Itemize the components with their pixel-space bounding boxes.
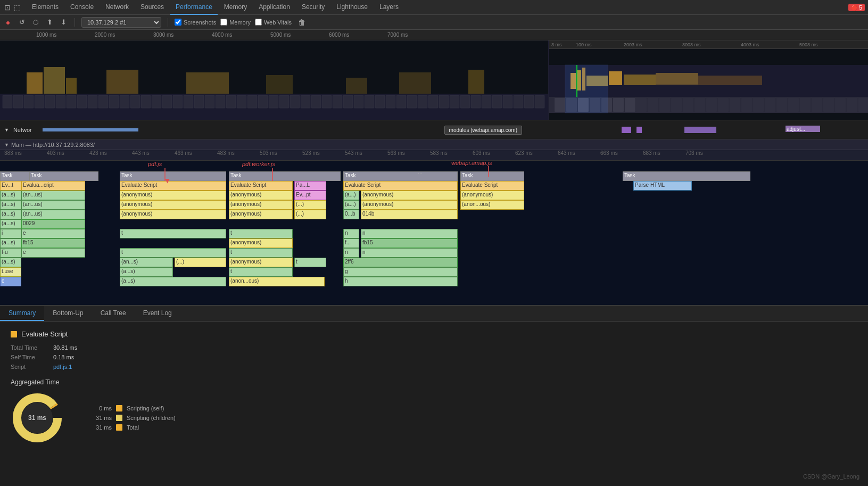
task-block[interactable]: f... <box>343 238 359 248</box>
tab-event-log[interactable]: Event Log <box>135 306 180 321</box>
task-block[interactable]: Pa...L <box>294 181 326 191</box>
task-block[interactable]: (anonymous) <box>229 191 293 200</box>
download-button[interactable]: ⬇ <box>59 18 68 27</box>
tab-performance[interactable]: Performance <box>170 0 218 15</box>
tab-security[interactable]: Security <box>296 0 330 15</box>
devtools-icon[interactable]: ⊡ <box>3 3 12 12</box>
task-block[interactable]: Task <box>229 171 341 181</box>
task-block[interactable]: (anonymous) <box>229 238 293 248</box>
task-block[interactable]: n <box>343 229 359 238</box>
tab-bottom-up[interactable]: Bottom-Up <box>44 306 92 321</box>
task-block[interactable]: (a...s) <box>0 200 21 210</box>
timeline-overview[interactable]: 1000 ms 2000 ms 3000 ms 4000 ms 5000 ms … <box>0 30 868 120</box>
task-block[interactable]: g <box>343 267 458 277</box>
task-block[interactable]: 2ff6 <box>343 258 458 267</box>
task-block[interactable]: (a...s) <box>0 219 21 229</box>
tab-memory[interactable]: Memory <box>219 0 252 15</box>
reload-record-button[interactable]: ↺ <box>17 18 27 27</box>
tab-network[interactable]: Network <box>100 0 134 15</box>
task-block[interactable]: fb15 <box>21 238 85 248</box>
task-block[interactable]: (anonymous) <box>229 200 293 210</box>
summary-script-link[interactable]: pdf.js:1 <box>53 364 72 370</box>
clear-button[interactable]: 🗑 <box>296 17 308 28</box>
memory-checkbox-label[interactable]: Memory <box>220 19 251 26</box>
task-block[interactable]: (a...) <box>343 200 359 210</box>
task-block[interactable]: c <box>0 277 21 286</box>
task-block[interactable]: (anonymous) <box>229 258 293 267</box>
task-block[interactable]: e <box>21 248 85 258</box>
task-block[interactable]: n <box>343 248 359 258</box>
task-block[interactable]: 014b <box>361 210 458 219</box>
tab-application[interactable]: Application <box>253 0 295 15</box>
task-block[interactable]: (...) <box>294 210 326 219</box>
record-button[interactable]: ● <box>3 18 13 27</box>
task-block[interactable]: Task <box>120 171 226 181</box>
task-block[interactable]: Task <box>623 171 750 181</box>
task-block[interactable]: (an...us) <box>21 200 85 210</box>
task-block[interactable]: (anonymous) <box>361 191 458 200</box>
task-block[interactable]: (an...us) <box>21 210 85 219</box>
tab-sources[interactable]: Sources <box>135 0 169 15</box>
task-block[interactable]: Task <box>343 171 458 181</box>
stop-button[interactable]: ⬡ <box>31 18 40 27</box>
inspect-icon[interactable]: ⬚ <box>13 3 21 12</box>
screenshots-checkbox[interactable] <box>175 19 181 26</box>
task-block[interactable]: (a...s) <box>0 258 21 267</box>
task-block[interactable]: Evalua...cript <box>21 181 85 191</box>
task-block[interactable]: (a...s) <box>0 238 21 248</box>
upload-button[interactable]: ⬆ <box>45 18 54 27</box>
flame-chart-container[interactable]: ▼ Main — http://10.37.129.2:8083/ 383 ms… <box>0 139 868 305</box>
tab-layers[interactable]: Layers <box>374 0 404 15</box>
webvitals-checkbox[interactable] <box>255 19 262 26</box>
task-block[interactable]: Evaluate Script <box>229 181 293 191</box>
task-block[interactable]: (...) <box>175 258 226 267</box>
screenshots-checkbox-label[interactable]: Screenshots <box>175 19 216 26</box>
tab-call-tree[interactable]: Call Tree <box>92 306 135 321</box>
task-block[interactable]: t <box>120 229 226 238</box>
task-block[interactable]: Task <box>29 171 98 181</box>
task-block[interactable]: (anon...ous) <box>229 277 325 286</box>
task-block[interactable]: (...) <box>294 200 326 210</box>
task-block[interactable]: fb15 <box>361 238 458 248</box>
task-block[interactable]: (a...s) <box>120 267 173 277</box>
minimap-area[interactable]: 3 ms 100 ms 2003 ms 3003 ms 4003 ms 5003… <box>549 40 868 120</box>
task-block[interactable]: e <box>21 229 85 238</box>
task-block[interactable]: (a...s) <box>0 210 21 219</box>
task-block[interactable]: Ev...pt <box>294 191 326 200</box>
task-block[interactable]: n <box>361 229 458 238</box>
task-block[interactable]: Evaluate Script <box>460 181 524 191</box>
task-block[interactable]: t <box>229 267 293 277</box>
task-block[interactable]: (an...us) <box>21 191 85 200</box>
task-block[interactable]: t <box>229 229 293 238</box>
tab-lighthouse[interactable]: Lighthouse <box>331 0 373 15</box>
task-block[interactable]: Ev...t <box>0 181 21 191</box>
task-block[interactable]: t <box>229 248 293 258</box>
flame-chevron-icon[interactable]: ▼ <box>4 142 9 147</box>
task-block[interactable]: t.use <box>0 267 21 277</box>
task-block[interactable]: (anon...ous) <box>460 200 524 210</box>
task-block[interactable]: (anonymous) <box>120 210 226 219</box>
task-block[interactable]: i <box>0 229 21 238</box>
task-block[interactable]: Task <box>460 171 524 181</box>
task-block[interactable]: (anonymous) <box>361 200 458 210</box>
task-block[interactable]: t <box>294 258 326 267</box>
timeline-overview-content[interactable]: 3 ms 100 ms 2003 ms 3003 ms 4003 ms 5003… <box>0 40 868 120</box>
tab-console[interactable]: Console <box>65 0 99 15</box>
task-block[interactable]: Fu <box>0 248 21 258</box>
task-block[interactable]: Evaluate Script <box>120 181 226 191</box>
task-block[interactable]: (anonymous) <box>120 200 226 210</box>
task-block[interactable]: Evaluate Script <box>343 181 458 191</box>
task-block[interactable]: Parse HTML <box>633 181 692 191</box>
target-select[interactable]: 10.37.129.2 #1 <box>81 17 161 28</box>
task-block[interactable]: (a...s) <box>120 277 226 286</box>
task-block[interactable]: h <box>343 277 458 286</box>
memory-checkbox[interactable] <box>220 19 227 26</box>
task-block[interactable]: (anonymous) <box>229 210 293 219</box>
task-block[interactable]: (anonymous) <box>120 191 226 200</box>
task-block[interactable]: n <box>361 248 458 258</box>
tab-elements[interactable]: Elements <box>27 0 64 15</box>
task-block[interactable]: 0...b <box>343 210 359 219</box>
task-block[interactable]: (an...s) <box>120 258 173 267</box>
network-chevron-icon[interactable]: ▼ <box>4 127 9 133</box>
task-block[interactable]: (a...s) <box>0 191 21 200</box>
